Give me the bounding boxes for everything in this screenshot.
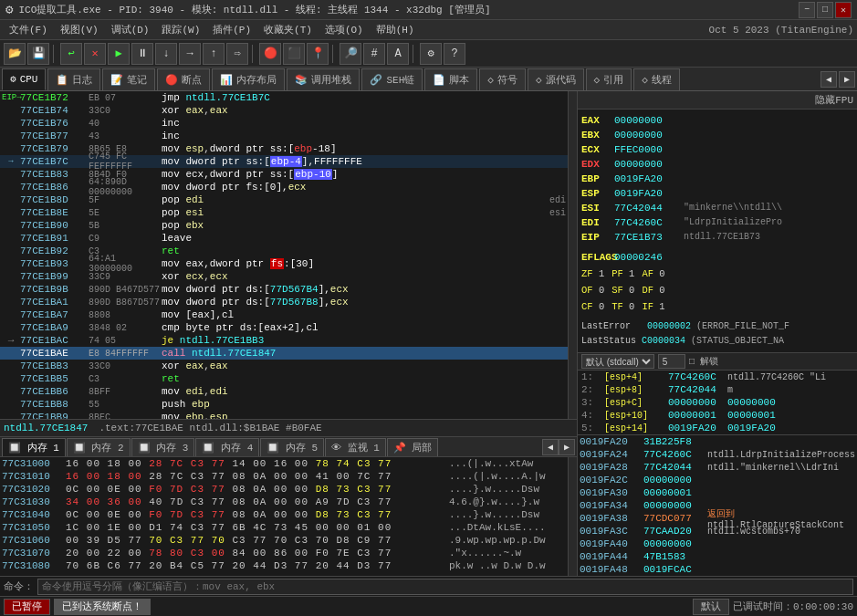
rmem-row[interactable]: 0019FA3C 77CAAD20 ntdll.wcstombs+70 [578, 525, 857, 538]
tab-symbol[interactable]: ◇ 符号 [479, 68, 526, 90]
stack-row[interactable]: 2: [esp+8] 77C42044 m [578, 383, 857, 396]
mem-nav-prev[interactable]: ◀ [542, 439, 559, 455]
tab-breakpoints[interactable]: 🔴 断点 [157, 68, 210, 90]
table-row[interactable]: 77CE1B99 33C9 xor ecx,ecx [0, 270, 568, 283]
tab-memlayout[interactable]: 📊 内存布局 [212, 68, 285, 90]
table-row[interactable]: 77CE1B91 C9 leave [0, 232, 568, 245]
tb-stepover[interactable]: → [179, 43, 201, 65]
fpu-toggle[interactable]: 隐藏FPU [815, 93, 853, 107]
table-row[interactable]: 77CE1B9B 890D B467D577 mov dword ptr ds:… [0, 283, 568, 296]
tb-mem[interactable]: 🔎 [340, 43, 361, 65]
maximize-button[interactable]: □ [817, 2, 833, 18]
minimize-button[interactable]: − [799, 2, 815, 18]
table-row[interactable]: 77CE1B93 64:A1 30000000 mov eax,dword pt… [0, 257, 568, 270]
mem-tab-4[interactable]: 🔲 内存 4 [195, 438, 259, 456]
rmem-row[interactable]: 0019FA38 77CDC077 返回到 ntdll.RtlCaptureSt… [578, 512, 857, 525]
table-row[interactable]: 77CE1BB8 55 push ebp [0, 398, 568, 411]
tb-run[interactable]: ▶ [108, 43, 130, 65]
rmem-row[interactable]: 0019FA44 47B1583 [578, 550, 857, 563]
tb-settings[interactable]: ⚙ [420, 43, 442, 65]
rmem-row[interactable]: 0019FA28 77C42044 ntdll."minkernel\\LdrI… [578, 461, 857, 474]
table-row[interactable]: → 77CE1BAC 74 05 je ntdll.77CE1BB3 [0, 334, 568, 347]
menu-options[interactable]: 选项(O) [319, 21, 369, 38]
mem-tab-2[interactable]: 🔲 内存 2 [67, 438, 131, 456]
rmem-row[interactable]: 0019FA40 00000000 [578, 538, 857, 550]
nav-prev[interactable]: ◀ [820, 71, 837, 88]
table-row[interactable]: 77CE1B77 43 inc [0, 130, 568, 142]
tb-stepinto[interactable]: ↓ [155, 43, 177, 65]
table-row[interactable]: EIP→ 77CE1B72 EB 07 jmp ntdll.77CE1B7C [0, 91, 568, 104]
mem-tab-local[interactable]: 📌 局部 [387, 438, 439, 456]
tb-stepout[interactable]: ↑ [203, 43, 225, 65]
tab-thread[interactable]: ◇ 线程 [633, 68, 680, 90]
tab-notes[interactable]: 📝 笔记 [102, 68, 155, 90]
table-row[interactable]: 77CE1B83 8B4D F0 mov ecx,dword ptr ss:[e… [0, 168, 568, 181]
status-default[interactable]: 默认 [693, 599, 729, 615]
callstack-count[interactable] [658, 354, 685, 369]
rmem-row[interactable]: 0019FA30 00000001 [578, 486, 857, 499]
close-button[interactable]: ✕ [835, 2, 852, 18]
menu-plugin[interactable]: 插件(P) [207, 21, 256, 38]
table-row[interactable]: 77CE1B76 40 inc [0, 117, 568, 130]
menu-help[interactable]: 帮助(H) [371, 21, 420, 38]
table-row[interactable]: 77CE1B79 8B65 E8 mov esp,dword ptr ss:[e… [0, 142, 568, 155]
table-row[interactable]: 77CE1B8D 5F pop edi edi [0, 193, 568, 206]
stack-row[interactable]: 4: [esp+10] 00000001 00000001 [578, 409, 857, 422]
mem-scrollbar[interactable] [568, 457, 577, 576]
tab-log[interactable]: 📋 日志 [47, 68, 100, 90]
mem-row[interactable]: 77C31080 70 6B C6 77 20 B4 C5 77 20 44 D… [0, 559, 568, 572]
mem-tab-5[interactable]: 🔲 内存 5 [260, 438, 324, 456]
menu-trace[interactable]: 跟踪(W) [156, 21, 205, 38]
tb-pause[interactable]: ⏸ [131, 43, 153, 65]
mem-row[interactable]: 77C31070 20 00 22 00 78 80 C3 00 84 00 8… [0, 547, 568, 559]
table-row[interactable]: 77CE1B92 C3 ret [0, 245, 568, 257]
tab-cpu[interactable]: ⚙ CPU [2, 68, 46, 90]
mem-row[interactable]: 77C31010 16 00 18 00 28 7C C3 77 08 0A 0… [0, 470, 568, 483]
mem-row[interactable]: 77C31050 1C 00 1E 00 D1 74 C3 77 6B 4C 7… [0, 521, 568, 534]
status-paused[interactable]: 已暂停 [4, 599, 50, 615]
tab-ref[interactable]: ◇ 引用 [586, 68, 632, 90]
tb-ref[interactable]: # [363, 43, 385, 65]
disasm-scrollbar[interactable] [568, 91, 577, 419]
stack-row[interactable]: 3: [esp+C] 00000000 00000000 [578, 396, 857, 409]
table-row[interactable]: 77CE1BA7 8808 mov [eax],cl [0, 308, 568, 321]
callstack-unlock[interactable]: □ 解锁 [689, 355, 718, 368]
table-row[interactable]: 77CE1BA1 890D B867D577 mov dword ptr ds:… [0, 296, 568, 308]
tb-hwbp[interactable]: ⬛ [283, 43, 305, 65]
table-row[interactable]: 77CE1B86 64:890D 00000000 mov dword ptr … [0, 181, 568, 193]
callstack-dropdown[interactable]: 默认 (stdcall) [581, 354, 654, 369]
table-row[interactable]: 77CE1BA9 3848 02 cmp byte ptr ds:[eax+2]… [0, 321, 568, 334]
stack-row[interactable]: 5: [esp+14] 0019FA20 0019FA20 [578, 422, 857, 434]
mem-tab-1[interactable]: 🔲 内存 1 [2, 438, 66, 456]
nav-next[interactable]: ▶ [839, 71, 855, 88]
tb-open[interactable]: 📂 [4, 43, 26, 65]
mem-row[interactable]: 77C31030 34 00 36 00 40 7D C3 77 08 0A 0… [0, 496, 568, 508]
tb-runtocursor[interactable]: ⇨ [226, 43, 248, 65]
table-row[interactable]: → 77CE1B7C C745 FC FEFFFFFF mov dword pt… [0, 155, 568, 168]
table-row[interactable]: 77CE1BB3 33C0 xor eax,eax [0, 360, 568, 372]
menu-debug[interactable]: 调试(D) [106, 21, 155, 38]
tb-about[interactable]: ? [444, 43, 465, 65]
tab-source[interactable]: ◇ 源代码 [528, 68, 584, 90]
table-row[interactable]: 77CE1B74 33C0 xor eax,eax [0, 104, 568, 117]
rmem-row[interactable]: 0019FA2C 00000000 [578, 474, 857, 486]
mem-row[interactable]: 77C31040 0C 00 0E 00 F0 7D C3 77 08 0A 0… [0, 508, 568, 521]
menu-view[interactable]: 视图(V) [55, 21, 104, 38]
table-row[interactable]: 77CE1B8E 5E pop esi esi [0, 206, 568, 219]
mem-row[interactable]: 77C31000 16 00 18 00 28 7C C3 77 14 00 1… [0, 457, 568, 470]
cmd-input[interactable] [37, 579, 853, 595]
tb-save[interactable]: 💾 [27, 43, 49, 65]
table-row[interactable]: 77CE1B90 5B pop ebx [0, 219, 568, 232]
mem-row[interactable]: 77C31060 00 39 D5 77 70 C3 77 70 C3 77 7… [0, 534, 568, 547]
tb-str[interactable]: A [387, 43, 409, 65]
tab-callstack[interactable]: 📚 调用堆栈 [287, 68, 360, 90]
table-row[interactable]: 77CE1BB9 8BEC mov ebp,esp [0, 411, 568, 419]
mem-row[interactable]: 77C31020 0C 00 0E 00 F0 7D C3 77 08 0A 0… [0, 483, 568, 496]
tab-seh[interactable]: 🔗 SEH链 [361, 68, 423, 90]
tb-bp[interactable]: 🔴 [259, 43, 281, 65]
table-row[interactable]: 77CE1BB5 C3 ret [0, 372, 568, 385]
rmem-row[interactable]: 0019FA20 31B225F8 [578, 435, 857, 448]
mem-tab-3[interactable]: 🔲 内存 3 [131, 438, 195, 456]
tab-script[interactable]: 📄 脚本 [424, 68, 477, 90]
tb-trace[interactable]: 📍 [307, 43, 329, 65]
